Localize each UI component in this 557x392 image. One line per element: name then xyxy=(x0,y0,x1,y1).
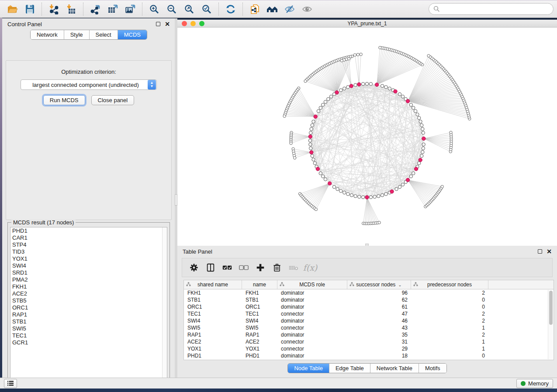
open-session-button[interactable] xyxy=(3,2,21,17)
cell-successor-nodes[interactable]: 31 xyxy=(347,338,411,345)
cell-MCDS-role[interactable]: dominator xyxy=(277,289,347,296)
mcds-result-item[interactable]: RAP1 xyxy=(10,311,167,318)
cell-name[interactable]: SWI4 xyxy=(242,317,277,324)
mcds-result-item[interactable]: STB1 xyxy=(10,318,167,325)
cell-shared-name[interactable]: TEC1 xyxy=(184,310,242,317)
table-tab-network-table[interactable]: Network Table xyxy=(370,364,419,373)
search-field[interactable] xyxy=(429,3,554,15)
cell-successor-nodes[interactable]: 29 xyxy=(347,345,411,352)
import-table-button[interactable] xyxy=(62,2,80,17)
cell-name[interactable]: SWI5 xyxy=(242,324,277,331)
cell-name[interactable]: TEC1 xyxy=(242,310,277,317)
mcds-result-item[interactable]: ORC1 xyxy=(10,304,167,311)
copy-network-button[interactable] xyxy=(246,2,263,17)
mcds-result-item[interactable]: SRD1 xyxy=(10,269,167,276)
cell-successor-nodes[interactable]: 35 xyxy=(347,331,411,338)
cell-name[interactable]: ORC1 xyxy=(242,303,277,310)
cell-MCDS-role[interactable]: connector xyxy=(277,310,347,317)
export-image-button[interactable] xyxy=(121,2,139,17)
export-network-button[interactable] xyxy=(86,2,104,17)
close-panel-button[interactable]: Close panel xyxy=(91,95,135,105)
mcds-result-list[interactable]: PHD1CAR1STP4TID3YOX1SWI4SRD1PMA2FKH1ACE2… xyxy=(10,227,167,382)
mcds-result-item[interactable]: STP4 xyxy=(10,241,167,248)
cell-shared-name[interactable]: SWI4 xyxy=(184,317,242,324)
mcds-result-item[interactable]: YOX1 xyxy=(10,255,167,262)
mcds-result-item[interactable]: GCR1 xyxy=(10,339,167,346)
zoom-fit-button[interactable] xyxy=(180,2,198,17)
network-graph[interactable] xyxy=(177,28,557,246)
cell-MCDS-role[interactable]: dominator xyxy=(277,331,347,338)
cell-MCDS-role[interactable]: connector xyxy=(277,345,347,352)
cell-predecessor-nodes[interactable]: 1 xyxy=(411,338,488,345)
table-row[interactable]: YOX1YOX1connector291 xyxy=(184,345,554,352)
delete-rows-button[interactable] xyxy=(270,260,284,275)
node-table[interactable]: shared namenameMCDS rolesuccessor nodes⌄… xyxy=(183,280,554,360)
cell-name[interactable]: YOX1 xyxy=(242,345,277,352)
cell-shared-name[interactable]: ORC1 xyxy=(184,303,242,310)
select-all-button[interactable] xyxy=(220,260,235,275)
table-row[interactable]: FKH1FKH1dominator962 xyxy=(184,289,554,296)
table-tab-edge-table[interactable]: Edge Table xyxy=(329,364,370,373)
table-row[interactable]: STB1STB1dominator620 xyxy=(184,296,554,303)
table-row[interactable]: SWI4SWI4dominator462 xyxy=(184,317,554,324)
cell-successor-nodes[interactable]: 96 xyxy=(347,289,411,296)
close-panel-icon[interactable]: ✕ xyxy=(165,22,170,26)
zoom-out-button[interactable] xyxy=(163,2,180,17)
cell-shared-name[interactable]: ACE2 xyxy=(184,338,242,345)
column-header-MCDS-role[interactable]: MCDS role xyxy=(277,280,347,289)
task-manager-button[interactable] xyxy=(4,379,17,388)
mcds-result-item[interactable]: PHD1 xyxy=(10,227,167,234)
column-header-name[interactable]: name xyxy=(242,280,277,289)
add-column-button[interactable] xyxy=(253,260,268,275)
mcds-result-item[interactable]: TID3 xyxy=(10,248,167,255)
tab-mcds[interactable]: MCDS xyxy=(118,30,147,39)
zoom-selected-button[interactable] xyxy=(198,2,215,17)
mcds-result-item[interactable]: SWI5 xyxy=(10,325,167,332)
table-scrollbar-thumb[interactable] xyxy=(549,291,553,325)
table-settings-button[interactable] xyxy=(187,260,201,275)
mcds-list-scrollbar[interactable] xyxy=(162,227,167,381)
cell-successor-nodes[interactable]: 61 xyxy=(347,303,411,310)
cell-predecessor-nodes[interactable]: 1 xyxy=(411,324,488,331)
network-window-titlebar[interactable]: YPA_prune.txt_1 xyxy=(177,20,557,28)
cell-MCDS-role[interactable]: connector xyxy=(277,324,347,331)
tab-style[interactable]: Style xyxy=(64,30,90,39)
column-header-predecessor-nodes[interactable]: predecessor nodes xyxy=(411,280,488,289)
cell-name[interactable]: PHD1 xyxy=(242,352,277,359)
cell-predecessor-nodes[interactable]: 2 xyxy=(411,310,488,317)
hide-selected-button[interactable] xyxy=(281,2,298,17)
zoom-in-button[interactable] xyxy=(145,2,163,17)
first-neighbors-button[interactable] xyxy=(263,2,281,17)
mcds-result-item[interactable]: SWI4 xyxy=(10,262,167,269)
cell-predecessor-nodes[interactable]: 0 xyxy=(411,296,488,303)
cell-name[interactable]: ACE2 xyxy=(242,338,277,345)
run-mcds-button[interactable]: Run MCDS xyxy=(43,95,85,105)
mcds-result-item[interactable]: ACE2 xyxy=(10,290,167,297)
table-row[interactable]: ORC1ORC1dominator610 xyxy=(184,303,554,310)
import-network-button[interactable] xyxy=(45,2,62,17)
mcds-result-item[interactable]: FKH1 xyxy=(10,283,167,290)
table-tab-motifs[interactable]: Motifs xyxy=(419,364,446,373)
cell-successor-nodes[interactable]: 43 xyxy=(347,324,411,331)
deselect-all-button[interactable] xyxy=(236,260,251,275)
refresh-button[interactable] xyxy=(222,2,239,17)
cell-predecessor-nodes[interactable]: 2 xyxy=(411,289,488,296)
table-scrollbar[interactable] xyxy=(548,290,553,359)
show-all-button[interactable] xyxy=(298,2,316,17)
cell-shared-name[interactable]: SWI5 xyxy=(184,324,242,331)
cell-shared-name[interactable]: STB1 xyxy=(184,296,242,303)
table-row[interactable]: TEC1TEC1connector472 xyxy=(184,310,554,317)
mcds-result-item[interactable]: CAR1 xyxy=(10,234,167,241)
cell-successor-nodes[interactable]: 18 xyxy=(347,352,411,359)
cell-shared-name[interactable]: PHD1 xyxy=(184,352,242,359)
cell-MCDS-role[interactable]: dominator xyxy=(277,296,347,303)
table-row[interactable]: PHD1PHD1dominator180 xyxy=(184,352,554,359)
table-row[interactable]: SWI5SWI5connector431 xyxy=(184,324,554,331)
save-session-button[interactable] xyxy=(21,2,38,17)
mcds-result-item[interactable]: STB5 xyxy=(10,297,167,304)
cell-predecessor-nodes[interactable]: 2 xyxy=(411,317,488,324)
cell-MCDS-role[interactable]: dominator xyxy=(277,352,347,359)
criterion-dropdown[interactable]: largest connected component (undirected)… xyxy=(21,79,157,90)
close-panel-icon[interactable]: ✕ xyxy=(547,249,552,254)
cell-successor-nodes[interactable]: 62 xyxy=(347,296,411,303)
